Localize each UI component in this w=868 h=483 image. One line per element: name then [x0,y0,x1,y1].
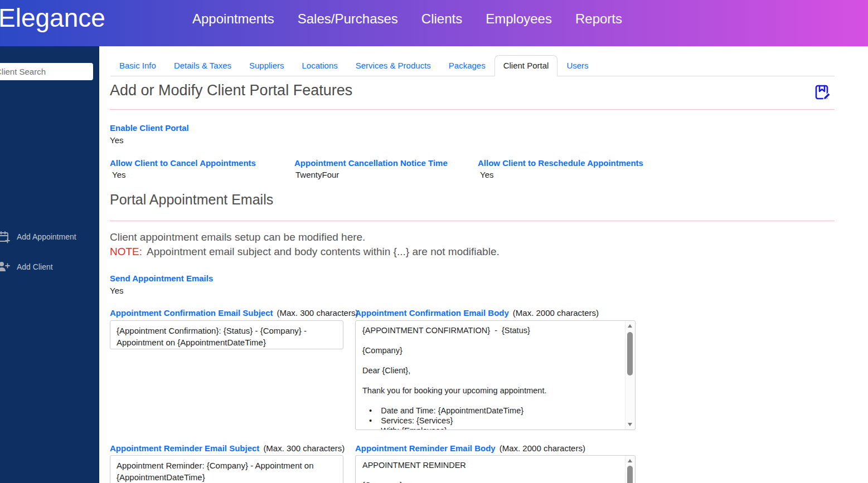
reminder-body-hint: (Max. 2000 characters) [500,443,585,453]
reminder-body-textarea[interactable]: APPOINTMENT REMINDER {Company} [355,455,636,483]
emails-description: Client appointment emails setup can be m… [110,231,365,243]
tab-locations[interactable]: Locations [293,55,347,76]
scroll-down-icon[interactable] [628,423,632,426]
book-edit-icon [812,83,832,103]
brand-logo[interactable]: Elegance [0,3,105,33]
sidebar-item-label: Add Appointment [17,232,76,241]
nav-appointments[interactable]: Appointments [192,11,274,27]
scroll-up-icon[interactable] [628,324,632,328]
scrollbar-thumb[interactable] [627,466,633,483]
confirmation-subject-label: Appointment Confirmation Email Subject [110,308,273,318]
cancellation-notice-value: TwentyFour [295,170,339,179]
nav-reports[interactable]: Reports [575,11,622,27]
tab-bar: Basic Info Details & Taxes Suppliers Loc… [110,54,835,76]
title-divider [110,109,835,110]
reminder-subject-label-row: Appointment Reminder Email Subject (Max.… [110,443,345,453]
confirmation-body-label: Appointment Confirmation Email Body [355,308,509,318]
tab-basic-info[interactable]: Basic Info [110,55,165,76]
tab-packages[interactable]: Packages [440,55,494,76]
app-window: Elegance Appointments Sales/Purchases Cl… [0,0,868,483]
main-content: Basic Info Details & Taxes Suppliers Loc… [99,46,868,483]
emails-section-heading: Portal Appointment Emails [110,192,273,208]
enable-client-portal-label: Enable Client Portal [110,123,189,133]
reminder-body-text: APPOINTMENT REMINDER {Company} [356,456,625,483]
scroll-up-icon[interactable] [628,459,632,462]
confirmation-subject-input[interactable]: {Appointment Confirmation}: {Status} - {… [110,320,343,349]
emails-note: NOTE:Appointment email subject and body … [110,246,500,258]
tab-suppliers[interactable]: Suppliers [240,55,293,76]
allow-reschedule-value: Yes [480,170,493,179]
page-title: Add or Modify Client Portal Features [110,82,352,99]
sidebar-item-label: Add Client [17,262,53,271]
reminder-subject-input[interactable]: Appointment Reminder: {Company} - Appoin… [110,455,343,483]
cancellation-notice-label: Appointment Cancellation Notice Time [294,158,448,168]
main-nav: Appointments Sales/Purchases Clients Emp… [192,0,622,46]
confirmation-body-hint: (Max. 2000 characters) [513,308,599,318]
top-nav-bar: Elegance Appointments Sales/Purchases Cl… [0,0,868,46]
scrollbar[interactable] [625,456,634,483]
tab-client-portal[interactable]: Client Portal [494,55,558,76]
reminder-subject-hint: (Max. 300 characters) [263,443,345,453]
tab-details-taxes[interactable]: Details & Taxes [165,55,240,76]
scrollbar-thumb[interactable] [627,332,633,375]
tab-services-products[interactable]: Services & Products [347,55,440,76]
send-emails-value: Yes [110,286,123,295]
note-label: NOTE: [110,246,142,257]
confirmation-body-textarea[interactable]: {APPOINTMENT CONFIRMATION} - {Status} {C… [355,320,636,430]
allow-reschedule-label: Allow Client to Reschedule Appointments [478,158,643,168]
calendar-plus-icon [0,230,10,243]
note-text: Appointment email subject and body conte… [147,246,500,257]
enable-client-portal-value: Yes [110,135,123,145]
sidebar-item-add-client[interactable]: Add Client [0,257,99,276]
confirmation-subject-label-row: Appointment Confirmation Email Subject (… [110,308,358,318]
allow-cancel-label: Allow Client to Cancel Appointments [110,158,256,168]
emails-section-divider [110,221,835,221]
reminder-body-label: Appointment Reminder Email Body [355,443,496,453]
reminder-subject-label: Appointment Reminder Email Subject [110,443,259,453]
edit-portal-features-button[interactable] [812,83,832,103]
scrollbar[interactable] [625,321,634,429]
send-emails-label: Send Appointment Emails [110,274,213,283]
client-search-input[interactable] [0,63,93,80]
sidebar: Add Appointment Add Client [0,46,99,483]
nav-sales-purchases[interactable]: Sales/Purchases [298,11,398,27]
allow-cancel-value: Yes [112,170,125,179]
tab-users[interactable]: Users [557,55,597,76]
nav-clients[interactable]: Clients [421,11,462,27]
reminder-body-label-row: Appointment Reminder Email Body (Max. 20… [355,443,585,453]
confirmation-body-label-row: Appointment Confirmation Email Body (Max… [355,308,599,318]
sidebar-item-add-appointment[interactable]: Add Appointment [0,227,99,246]
person-plus-icon [0,260,10,274]
nav-employees[interactable]: Employees [486,11,552,27]
confirmation-body-text: {APPOINTMENT CONFIRMATION} - {Status} {C… [356,321,625,430]
confirmation-subject-hint: (Max. 300 characters) [277,308,358,318]
